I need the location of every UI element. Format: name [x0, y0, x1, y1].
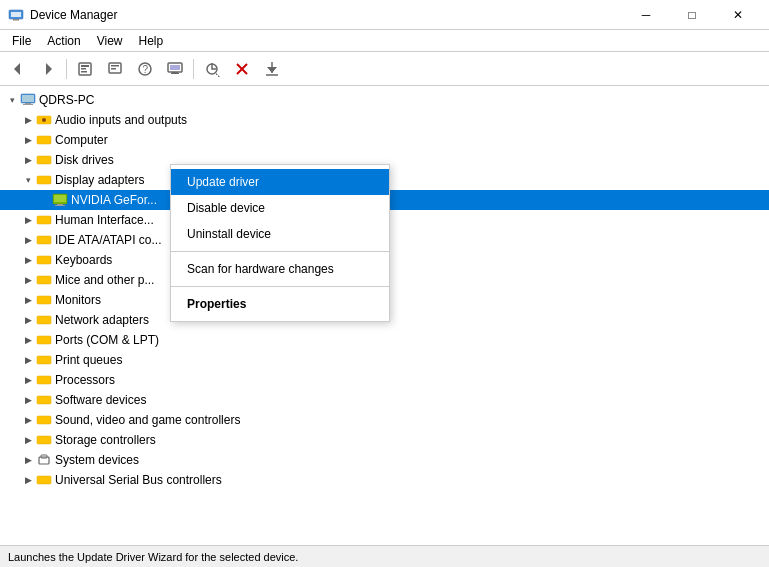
expand-sound[interactable]: ▶ [20, 412, 36, 428]
toolbar-remove[interactable] [228, 56, 256, 82]
svg-rect-40 [37, 256, 51, 264]
expand-system[interactable]: ▶ [20, 452, 36, 468]
svg-rect-7 [81, 68, 86, 70]
expand-keyboards[interactable]: ▶ [20, 252, 36, 268]
status-text: Launches the Update Driver Wizard for th… [8, 551, 298, 563]
tree-item-computer[interactable]: ▶ Computer [0, 130, 769, 150]
tree-item-keyboards-label: Keyboards [55, 253, 112, 267]
svg-rect-32 [37, 156, 51, 164]
menu-view[interactable]: View [89, 30, 131, 52]
expand-processors[interactable]: ▶ [20, 372, 36, 388]
toolbar: ? [0, 52, 769, 86]
tree-item-audio-label: Audio inputs and outputs [55, 113, 187, 127]
svg-marker-4 [46, 63, 52, 75]
computer-icon [20, 92, 36, 108]
toolbar-back[interactable] [4, 56, 32, 82]
status-bar: Launches the Update Driver Wizard for th… [0, 545, 769, 567]
tree-item-print[interactable]: ▶ Print queues [0, 350, 769, 370]
expand-ports[interactable]: ▶ [20, 332, 36, 348]
svg-rect-8 [81, 71, 87, 73]
svg-rect-47 [37, 396, 51, 404]
expand-monitors[interactable]: ▶ [20, 292, 36, 308]
tree-item-storage-label: Storage controllers [55, 433, 156, 447]
menu-help[interactable]: Help [131, 30, 172, 52]
title-bar-left: Device Manager [8, 7, 117, 23]
tree-item-software[interactable]: ▶ Software devices [0, 390, 769, 410]
context-menu-scan-hardware[interactable]: Scan for hardware changes [171, 256, 389, 282]
expand-audio[interactable]: ▶ [20, 112, 36, 128]
software-icon [36, 392, 52, 408]
processors-icon [36, 372, 52, 388]
mice-icon [36, 272, 52, 288]
context-menu: Update driver Disable device Uninstall d… [170, 164, 390, 322]
svg-rect-38 [37, 216, 51, 224]
disk-icon [36, 152, 52, 168]
tree-item-print-label: Print queues [55, 353, 122, 367]
tree-item-ide-label: IDE ATA/ATAPI co... [55, 233, 161, 247]
tree-item-root[interactable]: ▾ QDRS-PC [0, 90, 769, 110]
context-menu-update-driver[interactable]: Update driver [171, 169, 389, 195]
toolbar-scan[interactable] [198, 56, 226, 82]
menu-file[interactable]: File [4, 30, 39, 52]
expand-ide[interactable]: ▶ [20, 232, 36, 248]
window-title: Device Manager [30, 8, 117, 22]
tree-item-system[interactable]: ▶ System devices [0, 450, 769, 470]
minimize-button[interactable]: ─ [623, 0, 669, 30]
svg-rect-1 [11, 12, 21, 17]
context-menu-properties[interactable]: Properties [171, 291, 389, 317]
menu-action[interactable]: Action [39, 30, 88, 52]
expand-storage[interactable]: ▶ [20, 432, 36, 448]
expand-root[interactable]: ▾ [4, 92, 20, 108]
tree-item-network-label: Network adapters [55, 313, 149, 327]
toolbar-forward[interactable] [34, 56, 62, 82]
toolbar-help[interactable]: ? [131, 56, 159, 82]
expand-mice[interactable]: ▶ [20, 272, 36, 288]
computer-node-icon [36, 132, 52, 148]
close-button[interactable]: ✕ [715, 0, 761, 30]
toolbar-download[interactable] [258, 56, 286, 82]
expand-disk[interactable]: ▶ [20, 152, 36, 168]
tree-item-processors-label: Processors [55, 373, 115, 387]
svg-rect-6 [81, 65, 89, 67]
svg-marker-19 [216, 73, 220, 77]
expand-human[interactable]: ▶ [20, 212, 36, 228]
nvidia-icon [52, 192, 68, 208]
expand-software[interactable]: ▶ [20, 392, 36, 408]
expand-computer[interactable]: ▶ [20, 132, 36, 148]
expand-usb[interactable]: ▶ [20, 472, 36, 488]
toolbar-properties[interactable] [71, 56, 99, 82]
tree-item-ports[interactable]: ▶ Ports (COM & LPT) [0, 330, 769, 350]
tree-item-usb[interactable]: ▶ Universal Serial Bus controllers [0, 470, 769, 490]
tree-item-processors[interactable]: ▶ Processors [0, 370, 769, 390]
svg-rect-35 [54, 195, 66, 202]
svg-rect-37 [55, 205, 65, 206]
sound-icon [36, 412, 52, 428]
toolbar-computer[interactable] [161, 56, 189, 82]
keyboards-icon [36, 252, 52, 268]
svg-rect-15 [170, 65, 180, 70]
expand-print[interactable]: ▶ [20, 352, 36, 368]
context-menu-uninstall-device[interactable]: Uninstall device [171, 221, 389, 247]
context-menu-sep-2 [171, 286, 389, 287]
tree-item-mice-label: Mice and other p... [55, 273, 154, 287]
tree-item-sound[interactable]: ▶ Sound, video and game controllers [0, 410, 769, 430]
expand-display[interactable]: ▾ [20, 172, 36, 188]
expand-network[interactable]: ▶ [20, 312, 36, 328]
monitors-icon [36, 292, 52, 308]
svg-point-30 [42, 118, 46, 122]
system-icon [36, 452, 52, 468]
toolbar-sep-1 [66, 59, 67, 79]
maximize-button[interactable]: □ [669, 0, 715, 30]
usb-icon [36, 472, 52, 488]
svg-rect-31 [37, 136, 51, 144]
context-menu-disable-device[interactable]: Disable device [171, 195, 389, 221]
svg-rect-11 [111, 68, 116, 70]
tree-item-human-label: Human Interface... [55, 213, 154, 227]
tree-item-audio[interactable]: ▶ Audio inputs and outputs [0, 110, 769, 130]
tree-item-usb-label: Universal Serial Bus controllers [55, 473, 222, 487]
svg-text:?: ? [143, 64, 149, 75]
svg-rect-49 [37, 436, 51, 444]
tree-item-storage[interactable]: ▶ Storage controllers [0, 430, 769, 450]
toolbar-view-help[interactable] [101, 56, 129, 82]
tree-item-system-label: System devices [55, 453, 139, 467]
